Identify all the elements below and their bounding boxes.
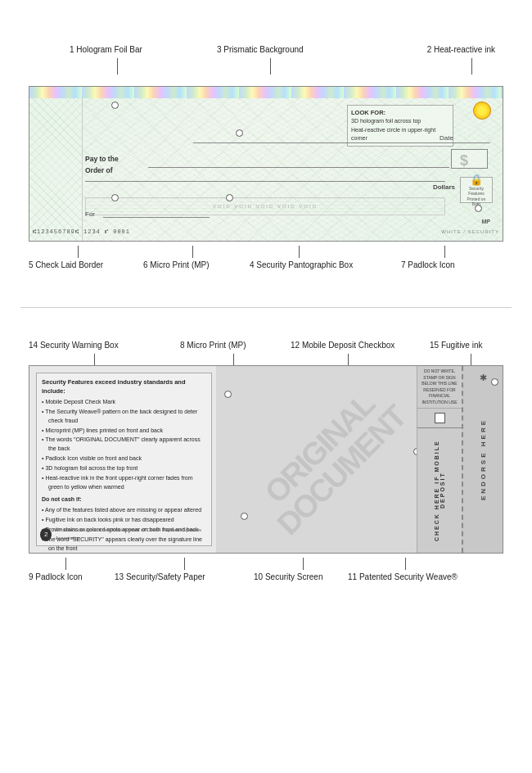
dollar-amount-box <box>451 149 488 169</box>
callout-mp-back <box>224 391 232 398</box>
label-heat-ink: 2 Heat-reactive ink <box>427 45 495 54</box>
mobile-checkbox-area <box>417 409 462 428</box>
leader-padlock-back-up <box>65 558 66 570</box>
leader-padlock-up <box>444 246 445 258</box>
callout-border <box>111 194 119 201</box>
pay-underline <box>148 167 449 168</box>
date-underline <box>193 142 490 143</box>
look-for-box: LOOK FOR: 3D hologram foil across top He… <box>347 105 453 147</box>
back-body-watermark: ORIGINALDOCUMENT <box>216 366 445 553</box>
label-prismatic-bg: 3 Prismatic Background <box>217 45 304 54</box>
do-not-write-label: DO NOT WRITE, STAMP OR SIGN BELOW THIS L… <box>417 366 462 409</box>
section-divider <box>20 307 512 308</box>
callout-heat <box>236 129 243 137</box>
callout-fugitive <box>491 378 498 386</box>
leader-heat <box>471 58 472 75</box>
check-front-image: LOOK FOR: 3D hologram foil across top He… <box>29 86 503 242</box>
date-label: Date <box>440 134 453 142</box>
padlock-logo-area: 2 ©Padlock design is a certification mar… <box>40 527 211 542</box>
check-left-watermark <box>29 98 83 241</box>
label-micro-print-front: 6 Micro Print (MP) <box>143 260 210 269</box>
leader-border-up <box>78 246 79 258</box>
padlock-icon-front: 🔒 <box>470 174 483 186</box>
check-front-area: LOOK FOR: 3D hologram foil across top He… <box>29 86 503 291</box>
leader-panto-up <box>299 246 300 258</box>
white-security-text: WHITE / SECURITY <box>441 229 499 234</box>
heat-reactive-circle <box>473 102 491 120</box>
leader-weave-up <box>405 558 406 570</box>
padlock-number: 2 <box>44 530 47 540</box>
page-container: 1 Hologram Foil Bar 3 Prismatic Backgrou… <box>0 0 532 627</box>
security-box-check: 🔒 SecurityFeaturesPrinted onBoth <box>460 177 493 203</box>
padlock-cert-text: ©Padlock design is a certification mark … <box>55 527 211 542</box>
routing-numbers: ⑆123456789⑆ 1234 ⑈ 0001 <box>33 228 130 235</box>
callout-hologram <box>111 102 119 109</box>
label-patented-weave: 11 Patented Security Weave® <box>348 572 458 581</box>
dollars-line <box>85 181 445 182</box>
dnc-bullet-1: • Any of the features listed above are m… <box>42 506 206 515</box>
back-section: 14 Security Warning Box 8 Micro Print (M… <box>12 316 520 611</box>
endorse-column: ✱ ENDORSE HERE <box>462 366 503 553</box>
dnc-bullet-2: • Fugitive Ink on back looks pink or has… <box>42 516 206 525</box>
fugitive-mark-top: ✱ <box>480 373 487 383</box>
back-bottom-labels: 9 Padlock Icon 13 Security/Safety Paper … <box>29 558 503 603</box>
warning-bullet-2: • The Security Weave® pattern on the bac… <box>42 408 206 426</box>
watermark-text: ORIGINALDOCUMENT <box>250 378 412 540</box>
callout-pantographic <box>226 194 233 201</box>
endorse-here-text: ENDORSE HERE <box>480 418 487 500</box>
top-section: 1 Hologram Foil Bar 3 Prismatic Backgrou… <box>12 16 520 299</box>
for-underline <box>103 217 210 218</box>
security-text-small: SecurityFeaturesPrinted onBoth <box>467 186 486 207</box>
warning-bullet-3: • Microprint (MP) lines printed on front… <box>42 427 206 436</box>
right-panel: DO NOT WRITE, STAMP OR SIGN BELOW THIS L… <box>417 366 503 553</box>
label-micro-print-back: 8 Micro Print (MP) <box>180 341 246 350</box>
mobile-deposit-checkbox <box>435 413 445 423</box>
warning-bullet-4: • The words "ORIGINAL DOCUMENT" clearly … <box>42 436 206 454</box>
warning-bullet-6: • 3D hologram foil across the top front <box>42 464 206 473</box>
mp-label-front: MP <box>482 219 491 224</box>
pay-to-label: Pay to theOrder of <box>85 154 119 176</box>
for-label: For <box>85 210 95 218</box>
bottom-labels-front: 5 Check Laid Border 6 Micro Print (MP) 4… <box>29 246 503 291</box>
do-not-write-column: DO NOT WRITE, STAMP OR SIGN BELOW THIS L… <box>417 366 462 553</box>
warning-title: Security Features exceed industry standa… <box>42 378 206 396</box>
warning-bullet-7: • Heat-reactive ink in the front upper-r… <box>42 474 206 492</box>
label-security-screen: 10 Security Screen <box>254 572 323 581</box>
padlock-logo-circle: 2 <box>40 528 52 541</box>
check-back-area: Security Features exceed industry standa… <box>29 365 503 603</box>
callout-padlock <box>475 205 482 212</box>
label-padlock-front: 7 Padlock Icon <box>401 260 455 269</box>
label-mobile-checkbox: 12 Mobile Deposit Checkbox <box>291 341 394 350</box>
leader-hologram <box>117 58 118 75</box>
hologram-foil-bar <box>29 87 503 98</box>
label-fugitive-ink: 15 Fugitive ink <box>430 341 482 350</box>
leader-screen-up <box>303 558 304 570</box>
warning-bullet-5: • Padlock Icon visible on front and back <box>42 454 206 463</box>
mobile-deposit-text: CHECK HERE IF MOBILE DEPOSIT <box>417 428 462 553</box>
check-back-image: Security Features exceed industry standa… <box>29 365 503 554</box>
look-for-item-2: Heat-reactive circle in upper-right corn… <box>351 126 449 143</box>
label-security-warning-box: 14 Security Warning Box <box>29 341 119 350</box>
leader-prismatic <box>270 58 271 75</box>
look-for-title: LOOK FOR: <box>351 108 449 117</box>
label-pantographic-box: 4 Security Pantographic Box <box>250 260 353 269</box>
label-hologram-foil: 1 Hologram Foil Bar <box>70 45 142 54</box>
leader-mp-up <box>192 246 193 258</box>
label-check-laid-border: 5 Check Laid Border <box>29 260 103 269</box>
back-labels-top: 14 Security Warning Box 8 Micro Print (M… <box>29 341 503 365</box>
callout-safety-paper <box>241 513 248 520</box>
look-for-item-1: 3D hologram foil across top <box>351 117 449 126</box>
pantographic-text: VOID VOID VOID VOID VOID <box>213 204 318 209</box>
do-not-cash-title: Do not cash if: <box>42 495 206 504</box>
label-padlock-back: 9 Padlock Icon <box>29 572 83 581</box>
label-safety-paper: 13 Security/Safety Paper <box>115 572 205 581</box>
dollars-label: Dollars <box>433 183 455 191</box>
leader-safety-up <box>184 558 185 570</box>
security-warning-box: Security Features exceed industry standa… <box>36 373 212 546</box>
pantographic-box: VOID VOID VOID VOID VOID <box>85 197 445 215</box>
check-bottom-bar: ⑆123456789⑆ 1234 ⑈ 0001 WHITE / SECURITY <box>29 226 503 237</box>
warning-bullet-1: • Mobile Deposit Check Mark <box>42 398 206 407</box>
